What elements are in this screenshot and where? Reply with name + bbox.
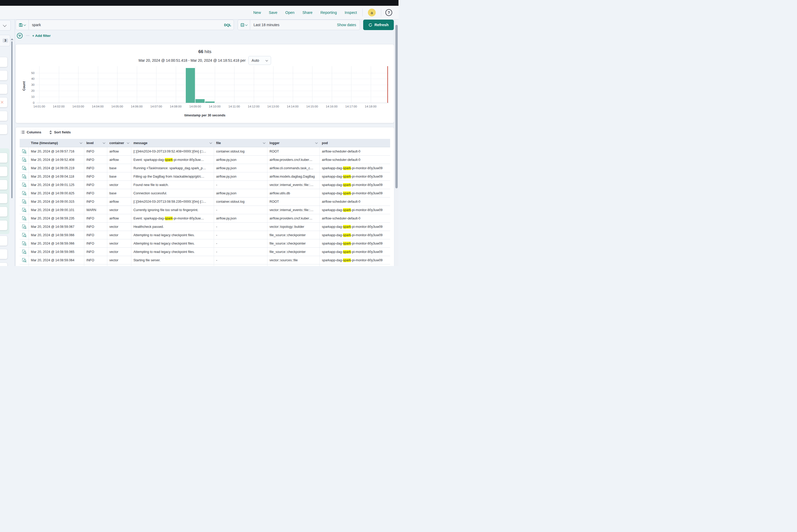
- date-range-value[interactable]: Last 18 minutes: [250, 23, 337, 27]
- add-filter-button[interactable]: + Add filter: [32, 34, 51, 38]
- sidebar-scroll-up-icon[interactable]: [11, 38, 13, 40]
- header-logger[interactable]: logger: [267, 139, 320, 147]
- filter-row: + Add filter: [16, 31, 394, 40]
- table-row[interactable]: Mar 20, 2024 @ 14:09:57.716 INFO airflow…: [20, 147, 390, 156]
- header-time[interactable]: Time (timestamp): [29, 139, 84, 147]
- field-card[interactable]: [0, 221, 7, 230]
- saved-query-menu-button[interactable]: [16, 20, 29, 30]
- refresh-button[interactable]: Refresh: [363, 20, 394, 30]
- histogram-plot[interactable]: 14:01:0014:02:0014:03:0014:04:0014:05:00…: [16, 44, 394, 123]
- field-card[interactable]: [0, 263, 7, 266]
- table-row[interactable]: Mar 20, 2024 @ 14:08:59.066 INFO vector …: [20, 231, 390, 239]
- field-card[interactable]: [0, 125, 7, 134]
- header-level[interactable]: level: [84, 139, 107, 147]
- field-card[interactable]: [0, 167, 7, 176]
- table-row[interactable]: Mar 20, 2024 @ 14:08:59.064 INFO vector …: [20, 256, 390, 264]
- x-tick-label: 14:12:00: [248, 105, 260, 108]
- time-range-end-marker: [387, 66, 388, 103]
- chevron-down-icon[interactable]: [315, 141, 318, 144]
- sidebar-field-count[interactable]: 3: [0, 35, 10, 46]
- field-card[interactable]: [0, 193, 7, 203]
- header-pod[interactable]: pod: [320, 139, 390, 147]
- cell-time: Mar 20, 2024 @ 14:09:57.716: [29, 147, 84, 155]
- avatar[interactable]: a: [368, 8, 376, 17]
- expand-document-icon[interactable]: [22, 241, 26, 246]
- nav-inspect[interactable]: Inspect: [341, 11, 361, 15]
- field-card[interactable]: [0, 111, 7, 121]
- expand-document-icon[interactable]: [22, 149, 26, 154]
- table-row[interactable]: Mar 20, 2024 @ 14:09:04.118 INFO base Fi…: [20, 172, 390, 181]
- help-icon[interactable]: ?: [385, 9, 392, 16]
- filter-icon[interactable]: [17, 33, 23, 39]
- field-card[interactable]: [0, 84, 7, 94]
- cell-pod: sparkapp-dag-spark-pi-monitor-80y3uw09: [320, 189, 390, 197]
- table-row[interactable]: Mar 20, 2024 @ 14:09:05.219 INFO base Ru…: [20, 164, 390, 172]
- expand-document-icon[interactable]: [22, 249, 26, 254]
- columns-button[interactable]: Columns: [21, 130, 41, 134]
- expand-document-icon[interactable]: [22, 183, 26, 187]
- field-card[interactable]: ✕: [0, 98, 7, 107]
- nav-new[interactable]: New: [249, 11, 265, 15]
- query-language-button[interactable]: DQL: [222, 20, 234, 30]
- histogram-bar[interactable]: [205, 101, 214, 103]
- field-card[interactable]: [0, 180, 7, 190]
- table-row[interactable]: Mar 20, 2024 @ 14:09:52.408 INFO airflow…: [20, 156, 390, 164]
- header-file[interactable]: file: [214, 139, 267, 147]
- highlight: spark: [343, 208, 351, 212]
- show-dates-button[interactable]: Show dates: [337, 23, 360, 27]
- documents-panel: Columns Sort fields Time (timestamp) lev…: [16, 127, 394, 266]
- nav-open[interactable]: Open: [281, 11, 298, 15]
- field-card[interactable]: [0, 57, 7, 67]
- expand-document-icon[interactable]: [22, 258, 26, 262]
- field-card[interactable]: [0, 153, 7, 163]
- histogram-bar[interactable]: [196, 99, 205, 103]
- table-row[interactable]: Mar 20, 2024 @ 14:09:00.315 INFO airflow…: [20, 197, 390, 206]
- expand-document-icon[interactable]: [22, 157, 26, 162]
- cell-message: Attempting to read legacy checkpoint fil…: [131, 248, 214, 256]
- expand-document-icon[interactable]: [22, 208, 26, 212]
- cell-logger: airflow.utils.db: [267, 189, 320, 197]
- table-row[interactable]: Mar 20, 2024 @ 14:09:00.825 INFO base Co…: [20, 189, 390, 197]
- cell-file: airflow.py.json: [214, 156, 267, 164]
- chevron-down-icon[interactable]: [127, 141, 130, 144]
- sidebar-scrollbar[interactable]: [11, 41, 13, 198]
- nav-reporting[interactable]: Reporting: [316, 11, 341, 15]
- sidebar-collapse-button[interactable]: [0, 20, 11, 31]
- field-card[interactable]: [0, 249, 7, 259]
- expand-document-icon[interactable]: [22, 166, 26, 170]
- search-input[interactable]: spark: [29, 20, 222, 30]
- chevron-down-icon[interactable]: [263, 141, 265, 144]
- cell-logger: airflow.models.dagbag.DagBag: [267, 172, 320, 180]
- header-container[interactable]: container: [107, 139, 131, 147]
- expand-document-icon[interactable]: [22, 199, 26, 204]
- highlight: spark: [343, 250, 351, 254]
- field-card[interactable]: [0, 207, 7, 216]
- chevron-down-icon[interactable]: [80, 141, 82, 144]
- chevron-down-icon[interactable]: [103, 141, 106, 144]
- header-message[interactable]: message: [131, 139, 214, 147]
- table-row[interactable]: Mar 20, 2024 @ 14:08:59.235 INFO airflow…: [20, 214, 390, 223]
- page-scrollbar[interactable]: [394, 20, 398, 266]
- expand-document-icon[interactable]: [22, 174, 26, 179]
- expand-document-icon[interactable]: [22, 233, 26, 237]
- expand-document-icon[interactable]: [22, 216, 26, 221]
- sort-fields-button[interactable]: Sort fields: [49, 130, 71, 134]
- header-expand-column: [20, 139, 29, 147]
- nav-share[interactable]: Share: [299, 11, 317, 15]
- table-row[interactable]: Mar 20, 2024 @ 14:08:59.065 INFO vector …: [20, 248, 390, 256]
- cell-time: Mar 20, 2024 @ 14:09:00.825: [29, 189, 84, 197]
- nav-save[interactable]: Save: [265, 11, 281, 15]
- chevron-down-icon[interactable]: [209, 141, 212, 144]
- table-row[interactable]: Mar 20, 2024 @ 14:08:59.066 INFO vector …: [20, 239, 390, 248]
- page-scrollbar-thumb[interactable]: [395, 25, 398, 188]
- expand-document-icon[interactable]: [22, 224, 26, 229]
- date-quick-select-button[interactable]: [238, 20, 250, 30]
- field-card[interactable]: [0, 236, 7, 246]
- histogram-bar[interactable]: [186, 68, 195, 103]
- field-card[interactable]: [0, 71, 7, 80]
- remove-field-icon[interactable]: ✕: [0, 98, 7, 107]
- expand-document-icon[interactable]: [22, 191, 26, 195]
- table-row[interactable]: Mar 20, 2024 @ 14:08:59.067 INFO vector …: [20, 223, 390, 231]
- table-row[interactable]: Mar 20, 2024 @ 14:09:01.125 INFO vector …: [20, 181, 390, 189]
- table-row[interactable]: Mar 20, 2024 @ 14:09:00.101 WARN vector …: [20, 206, 390, 214]
